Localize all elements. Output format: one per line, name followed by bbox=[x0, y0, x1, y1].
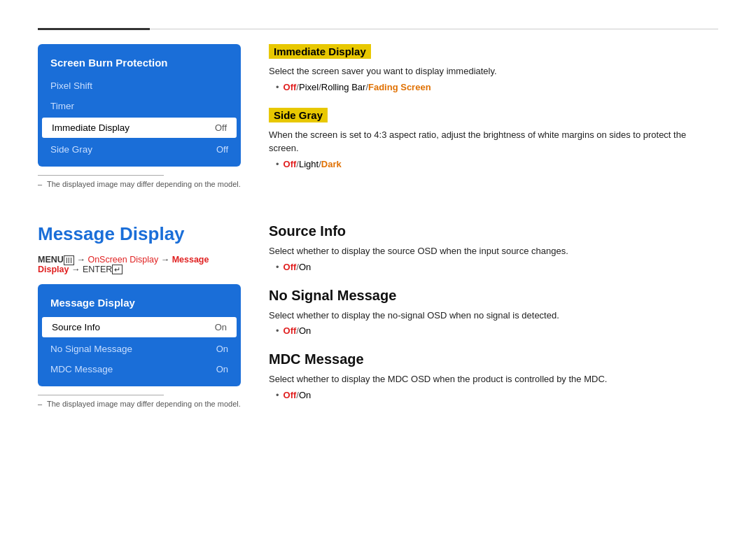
option-text: Off bbox=[284, 82, 297, 92]
menu-item-value: On bbox=[215, 322, 227, 332]
option-text: Off bbox=[284, 325, 297, 336]
bullet-dot: • bbox=[276, 262, 279, 272]
menu-item-label: Pixel Shift bbox=[50, 80, 92, 91]
screen-burn-menu: Screen Burn Protection Pixel ShiftTimerI… bbox=[38, 44, 241, 167]
right-section-title: No Signal Message bbox=[269, 288, 718, 304]
section1-right: Immediate DisplaySelect the screen saver… bbox=[269, 44, 718, 188]
section2-right-blocks: Source InfoSelect whether to display the… bbox=[269, 223, 718, 400]
option-text: On bbox=[299, 262, 311, 272]
menu-path-part: → bbox=[74, 255, 88, 265]
section1-menu-items: Pixel ShiftTimerImmediate DisplayOffSide… bbox=[38, 76, 241, 160]
menu-item-value: On bbox=[216, 344, 228, 354]
right-section-title: Source Info bbox=[269, 223, 718, 239]
option-text: On bbox=[299, 390, 311, 400]
page-container: Screen Burn Protection Pixel ShiftTimerI… bbox=[0, 0, 756, 458]
section1-layout: Screen Burn Protection Pixel ShiftTimerI… bbox=[38, 44, 718, 188]
menu-item-label: Source Info bbox=[52, 322, 100, 332]
message-display-menu: Message Display Source InfoOnNo Signal M… bbox=[38, 284, 241, 386]
bullet-dot: • bbox=[276, 159, 279, 169]
menu-item-label: Timer bbox=[50, 101, 74, 111]
menu-path-part: → ENTER bbox=[69, 265, 112, 274]
right-section: No Signal MessageSelect whether to displ… bbox=[269, 288, 718, 337]
section1-right-blocks: Immediate DisplaySelect the screen saver… bbox=[269, 44, 718, 169]
bullet-row: •Off / On bbox=[276, 390, 718, 400]
menu-item-label: Immediate Display bbox=[52, 122, 130, 133]
bullet-row: •Off / Pixel / Rolling Bar / Fading Scre… bbox=[276, 82, 718, 92]
option-text: Off bbox=[284, 262, 297, 272]
menu-item[interactable]: Immediate DisplayOff bbox=[42, 118, 237, 138]
divider-accent bbox=[38, 28, 150, 30]
option-text: Dark bbox=[321, 159, 342, 169]
menu-item-value: On bbox=[216, 364, 228, 374]
menu-item[interactable]: Pixel Shift bbox=[38, 76, 241, 96]
screen-burn-title: Screen Burn Protection bbox=[38, 51, 241, 76]
option-text: Rolling Bar bbox=[321, 82, 366, 92]
right-section-desc: Select whether to display the no-signal … bbox=[269, 309, 718, 323]
message-display-title: Message Display bbox=[38, 223, 241, 245]
section1-note-line bbox=[38, 175, 164, 180]
option-text: Off bbox=[284, 159, 297, 169]
menu-path-part: III bbox=[64, 255, 74, 265]
section-gap bbox=[38, 202, 718, 223]
menu-path-part: OnScreen Display bbox=[88, 255, 158, 265]
bullet-dot: • bbox=[276, 82, 279, 92]
bullet-dot: • bbox=[276, 325, 279, 336]
right-section-title-yellow: Side Gray bbox=[269, 108, 328, 122]
option-text: Light bbox=[299, 159, 318, 169]
menu-path: MENUIII → OnScreen Display → Message Dis… bbox=[38, 255, 241, 274]
menu-path-part: ↵ bbox=[112, 265, 122, 274]
menu-item-value: Off bbox=[216, 144, 228, 155]
section2-left: Message Display MENUIII → OnScreen Displ… bbox=[38, 223, 241, 416]
message-display-menu-title: Message Display bbox=[38, 291, 241, 316]
section1-note: – The displayed image may differ dependi… bbox=[38, 180, 241, 188]
bullet-row: •Off / Light / Dark bbox=[276, 159, 718, 169]
menu-item[interactable]: No Signal MessageOn bbox=[38, 339, 241, 359]
menu-item[interactable]: Source InfoOn bbox=[42, 317, 237, 337]
right-section-desc: Select whether to display the MDC OSD wh… bbox=[269, 372, 718, 386]
section2-note-line bbox=[38, 395, 164, 400]
option-text: Fading Screen bbox=[368, 82, 431, 92]
right-section: Source InfoSelect whether to display the… bbox=[269, 223, 718, 272]
bullet-row: •Off / On bbox=[276, 325, 718, 336]
right-section-desc: When the screen is set to 4:3 aspect rat… bbox=[269, 128, 718, 155]
bullet-row: •Off / On bbox=[276, 262, 718, 272]
bullet-dot: • bbox=[276, 390, 279, 400]
menu-item[interactable]: MDC MessageOn bbox=[38, 359, 241, 379]
right-section-desc: Select whether to display the source OSD… bbox=[269, 244, 718, 258]
section2-right: Source InfoSelect whether to display the… bbox=[269, 223, 718, 416]
menu-item-value: Off bbox=[215, 122, 227, 133]
menu-item[interactable]: Side GrayOff bbox=[38, 139, 241, 160]
menu-item-label: No Signal Message bbox=[50, 344, 132, 354]
section1-left: Screen Burn Protection Pixel ShiftTimerI… bbox=[38, 44, 241, 188]
option-text: On bbox=[299, 325, 311, 336]
section2-menu-items: Source InfoOnNo Signal MessageOnMDC Mess… bbox=[38, 317, 241, 379]
right-section-desc: Select the screen saver you want to disp… bbox=[269, 64, 718, 78]
menu-path-part: MENU bbox=[38, 255, 64, 265]
top-divider bbox=[38, 28, 718, 30]
section2-note: – The displayed image may differ dependi… bbox=[38, 400, 241, 408]
menu-item[interactable]: Timer bbox=[38, 96, 241, 116]
right-section: Immediate DisplaySelect the screen saver… bbox=[269, 44, 718, 92]
right-section-title: MDC Message bbox=[269, 351, 718, 367]
section2-layout: Message Display MENUIII → OnScreen Displ… bbox=[38, 223, 718, 416]
option-text: Pixel bbox=[299, 82, 318, 92]
divider-line bbox=[150, 29, 718, 29]
menu-item-label: Side Gray bbox=[50, 144, 92, 155]
right-section: Side GrayWhen the screen is set to 4:3 a… bbox=[269, 108, 718, 169]
option-text: Off bbox=[284, 390, 297, 400]
menu-item-label: MDC Message bbox=[50, 364, 113, 374]
right-section: MDC MessageSelect whether to display the… bbox=[269, 351, 718, 400]
menu-path-part: → bbox=[158, 255, 172, 265]
right-section-title-yellow: Immediate Display bbox=[269, 44, 371, 59]
